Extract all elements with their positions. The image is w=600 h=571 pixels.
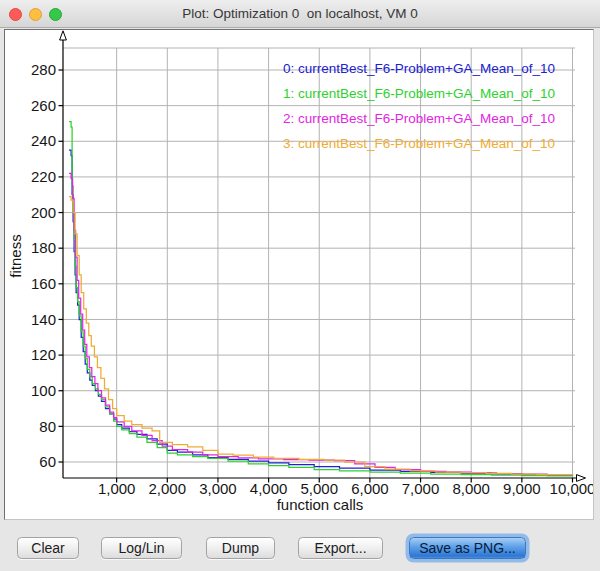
plot-panel: 28026024022020018016014012010080601,0002…	[4, 29, 594, 520]
save-as-png-button[interactable]: Save as PNG...	[409, 537, 526, 559]
y-tick-label: 160	[31, 275, 56, 292]
y-tick-label: 260	[31, 97, 56, 114]
window-title: Plot: Optimization 0 on localhost, VM 0	[0, 0, 600, 28]
series-line-1	[69, 122, 573, 477]
y-tick-label: 140	[31, 311, 56, 328]
series-line-2	[69, 173, 573, 475]
y-tick-label: 60	[39, 453, 56, 470]
y-tick-label: 220	[31, 168, 56, 185]
legend-item: 0: currentBest_F6-Problem+GA_Mean_of_10	[283, 61, 555, 76]
x-axis-title: function calls	[277, 496, 364, 513]
y-tick-label: 100	[31, 382, 56, 399]
window-controls	[9, 8, 62, 21]
x-tick-label: 7,000	[402, 480, 440, 497]
log-lin-button[interactable]: Log/Lin	[101, 537, 182, 559]
minimize-button[interactable]	[29, 8, 42, 21]
x-tick-label: 6,000	[351, 480, 389, 497]
series-line-3	[69, 197, 573, 476]
x-tick-label: 10,000	[550, 480, 593, 497]
close-button[interactable]	[9, 8, 22, 21]
y-tick-label: 180	[31, 239, 56, 256]
x-tick-label: 4,000	[250, 480, 288, 497]
legend-item: 3: currentBest_F6-Problem+GA_Mean_of_10	[283, 136, 555, 151]
x-tick-label: 1,000	[98, 480, 136, 497]
x-tick-label: 5,000	[300, 480, 338, 497]
y-tick-label: 120	[31, 346, 56, 363]
dump-button[interactable]: Dump	[206, 537, 275, 559]
plot-canvas: 28026024022020018016014012010080601,0002…	[5, 30, 593, 519]
y-axis-title: fitness	[7, 234, 24, 277]
x-tick-label: 2,000	[149, 480, 187, 497]
x-tick-label: 3,000	[199, 480, 237, 497]
y-tick-label: 280	[31, 61, 56, 78]
y-tick-label: 80	[39, 418, 56, 435]
y-axis-arrow-icon	[60, 31, 67, 40]
legend-item: 1: currentBest_F6-Problem+GA_Mean_of_10	[283, 86, 555, 101]
clear-button[interactable]: Clear	[17, 537, 79, 559]
plot-area: 28026024022020018016014012010080601,0002…	[7, 31, 593, 513]
y-tick-label: 200	[31, 204, 56, 221]
x-tick-label: 8,000	[452, 480, 490, 497]
export-button[interactable]: Export...	[298, 537, 383, 559]
y-tick-label: 240	[31, 132, 56, 149]
title-bar: Plot: Optimization 0 on localhost, VM 0	[0, 0, 600, 28]
app-window: Plot: Optimization 0 on localhost, VM 0 …	[0, 0, 600, 571]
legend-item: 2: currentBest_F6-Problem+GA_Mean_of_10	[283, 111, 555, 126]
zoom-button[interactable]	[49, 8, 62, 21]
x-tick-label: 9,000	[503, 480, 541, 497]
